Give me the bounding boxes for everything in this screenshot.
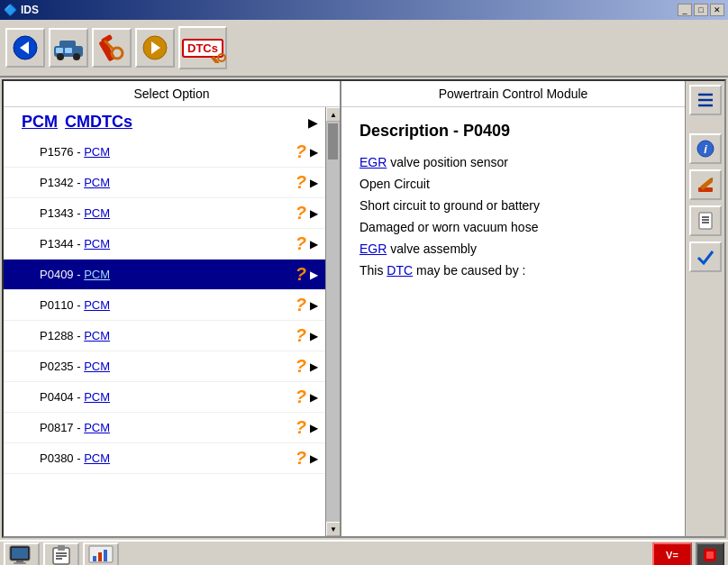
svg-rect-39	[98, 552, 102, 561]
question-mark-icon: ?	[296, 417, 306, 438]
pcm-link[interactable]: PCM	[84, 206, 110, 220]
pcm-link-selected[interactable]: PCM	[84, 268, 110, 281]
app-icon: 🔷	[4, 4, 17, 16]
arrow-right-icon: ▶	[310, 299, 318, 312]
description-title: Description - P0409	[359, 122, 667, 141]
list-item[interactable]: P1344 - PCM ? ▶	[4, 229, 325, 260]
forward-button[interactable]	[135, 28, 175, 68]
pcm-header-link[interactable]: PCM	[22, 113, 58, 132]
question-mark-icon: ?	[296, 387, 306, 407]
vehicle-button[interactable]	[49, 28, 88, 68]
document-button[interactable]	[689, 205, 722, 236]
power-button[interactable]	[696, 542, 724, 565]
back-button[interactable]	[5, 28, 45, 68]
pcm-link[interactable]: PCM	[84, 390, 110, 404]
svg-rect-29	[12, 548, 28, 559]
graph-button[interactable]	[83, 542, 119, 565]
maximize-button[interactable]: □	[694, 4, 708, 16]
list-item[interactable]: P1288 - PCM ? ▶	[4, 321, 325, 351]
svg-rect-40	[104, 550, 107, 561]
title-bar: 🔷 IDS _ □ ✕	[0, 0, 728, 20]
left-panel-header: Select Option	[4, 81, 340, 107]
close-button[interactable]: ✕	[710, 4, 724, 16]
list-item[interactable]: P0110 - PCM ? ▶	[4, 290, 325, 321]
svg-rect-24	[699, 213, 712, 229]
header-arrow: ▶	[308, 115, 318, 130]
pcm-link[interactable]: PCM	[84, 176, 110, 189]
status-bar: V=	[0, 540, 728, 565]
desc-item-2: Open Circuit	[359, 177, 667, 191]
question-mark-icon: ?	[296, 325, 306, 346]
desc-item-4: Damaged or worn vacuum hose	[359, 220, 667, 234]
list-container[interactable]: PCM CMDTCs ▶ P1576 - PCM ? ▶ P1342 - PCM…	[4, 107, 325, 536]
dtc-button[interactable]: DTCs	[178, 26, 227, 69]
svg-point-10	[112, 48, 123, 59]
svg-rect-7	[65, 48, 72, 53]
arrow-right-icon: ▶	[310, 330, 318, 342]
list-item[interactable]: P0404 - PCM ? ▶	[4, 382, 325, 413]
desc-item-1: EGR valve position sensor	[359, 155, 667, 169]
question-mark-icon: ?	[296, 203, 306, 223]
arrow-right-icon: ▶	[310, 238, 318, 251]
arrow-right-icon: ▶	[310, 207, 318, 220]
svg-rect-21	[698, 187, 713, 192]
clipboard-button[interactable]	[43, 542, 79, 565]
svg-point-4	[57, 53, 64, 60]
svg-rect-38	[93, 556, 96, 561]
monitor-button[interactable]	[4, 542, 40, 565]
pcm-link[interactable]: PCM	[84, 298, 110, 312]
svg-text:i: i	[704, 142, 707, 156]
pcm-link[interactable]: PCM	[84, 360, 110, 373]
voltage-button[interactable]: V=	[652, 542, 692, 565]
pcm-link[interactable]: PCM	[84, 451, 110, 465]
list-item[interactable]: P0380 - PCM ? ▶	[4, 443, 325, 474]
check-button[interactable]	[689, 241, 722, 272]
question-mark-icon: ?	[296, 356, 306, 377]
list-item[interactable]: P0235 - PCM ? ▶	[4, 351, 325, 382]
svg-point-15	[218, 54, 225, 61]
arrow-right-icon: ▶	[310, 391, 318, 404]
list-view-button[interactable]	[689, 85, 722, 115]
egr-link-1[interactable]: EGR	[359, 155, 387, 169]
right-panel-wrapper: Powertrain Control Module Description - …	[341, 81, 724, 536]
question-mark-icon: ?	[296, 141, 306, 162]
pcm-link[interactable]: PCM	[84, 145, 110, 159]
question-mark-icon: ?	[296, 448, 306, 469]
tools-button[interactable]	[92, 28, 132, 68]
status-right-buttons: V=	[652, 542, 724, 565]
arrow-right-icon: ▶	[310, 422, 318, 434]
egr-link-2[interactable]: EGR	[359, 241, 387, 256]
arrow-right-icon: ▶	[310, 177, 318, 189]
dtc-link[interactable]: DTC	[387, 263, 413, 278]
left-panel: Select Option PCM CMDTCs ▶ P1576 - PCM ?…	[4, 81, 341, 536]
right-side-buttons: i	[685, 81, 724, 536]
list-item[interactable]: P1343 - PCM ? ▶	[4, 198, 325, 229]
edit-button[interactable]	[689, 169, 722, 200]
scrollbar[interactable]: ▲ ▼	[325, 107, 340, 536]
pcm-link[interactable]: PCM	[84, 237, 110, 251]
arrow-right-icon: ▶	[310, 146, 318, 159]
pcm-link[interactable]: PCM	[84, 329, 110, 342]
question-mark-icon: ?	[296, 295, 306, 315]
arrow-right-icon: ▶	[310, 452, 318, 465]
list-item[interactable]: P1576 - PCM ? ▶	[4, 137, 325, 168]
pcm-cmdtcs-header[interactable]: PCM CMDTCs ▶	[4, 107, 325, 137]
window-controls: _ □ ✕	[678, 4, 724, 16]
minimize-button[interactable]: _	[678, 4, 692, 16]
title-bar-label: IDS	[21, 4, 39, 16]
scroll-down-button[interactable]: ▼	[326, 522, 340, 536]
cmdtcs-header-link[interactable]: CMDTCs	[65, 113, 132, 132]
list-item-selected[interactable]: P0409 - PCM ? ▶	[4, 260, 325, 290]
scroll-track[interactable]	[326, 122, 340, 522]
desc-item-6: This DTC may be caused by :	[359, 263, 667, 278]
svg-point-5	[73, 53, 80, 60]
desc-item-5: EGR valve assembly	[359, 241, 667, 256]
list-item[interactable]: P1342 - PCM ? ▶	[4, 168, 325, 198]
info-button[interactable]: i	[689, 133, 722, 164]
question-mark-icon: ?	[296, 172, 306, 193]
scroll-up-button[interactable]: ▲	[326, 107, 340, 122]
question-mark-icon: ?	[296, 264, 306, 285]
svg-rect-42	[706, 551, 714, 559]
pcm-link[interactable]: PCM	[84, 421, 110, 434]
list-item[interactable]: P0817 - PCM ? ▶	[4, 413, 325, 443]
